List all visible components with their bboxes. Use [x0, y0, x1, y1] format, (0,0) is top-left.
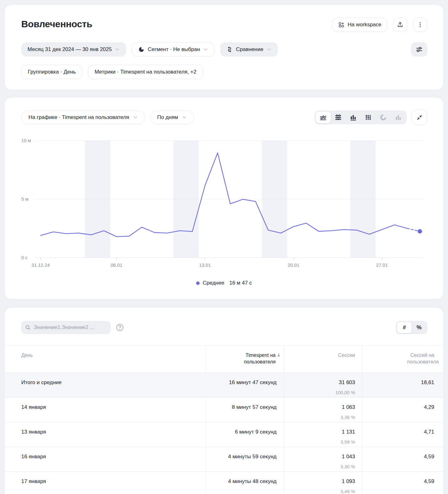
legend-item-average[interactable]: Среднее 16 м 47 с — [5, 280, 443, 286]
period-filter-chip[interactable]: Месяц 31 дек 2024 — 30 янв 2025 — [21, 42, 126, 57]
to-workspace-label: На workspace — [348, 22, 381, 28]
cell-sessions: 1 093 3,46 % — [284, 472, 362, 494]
cell-timespent: 16 минут 47 секунд — [205, 373, 284, 397]
cell-sessions-share: 3,46 % — [284, 488, 355, 494]
table-row[interactable]: 17 января 4 минуты 48 секунд 1 093 3,46 … — [5, 471, 443, 494]
report-header-card: Вовлеченность На workspace — [5, 5, 443, 90]
cell-day: 13 января — [5, 422, 205, 447]
cell-sessions-share: 3,30 % — [284, 463, 355, 470]
cell-sessions-per-user: 4,59 — [362, 447, 443, 471]
period-filter-label: Месяц 31 дек 2024 — 30 янв 2025 — [28, 46, 112, 53]
chart-type-line-button[interactable] — [316, 111, 331, 123]
cell-sessions: 1 043 3,30 % — [284, 447, 362, 471]
table-row[interactable]: 13 января 6 минут 9 секунд 1 131 3,58 % … — [5, 422, 443, 447]
chart-granularity-dropdown-label: По дням — [157, 114, 178, 121]
chart-type-histogram-button[interactable] — [391, 111, 406, 123]
chart-metric-dropdown[interactable]: На графике · Timespent на пользователя — [21, 111, 145, 124]
collapse-arrows-icon — [416, 114, 423, 121]
filters-row-2: Группировка · День Метрики · Timespent н… — [5, 65, 443, 79]
chart-metric-dropdown-label: На графике · Timespent на пользователя — [28, 114, 129, 121]
sliders-icon — [415, 46, 423, 53]
cell-sessions-per-user: 4,71 — [362, 422, 443, 447]
cell-day: 17 января — [5, 472, 205, 494]
chart-granularity-dropdown[interactable]: По дням — [150, 111, 194, 124]
donut-chart-icon — [379, 113, 387, 121]
chevron-down-icon — [267, 47, 272, 52]
header-top-row: Вовлеченность На workspace — [5, 5, 443, 32]
cell-sessions-per-user: 18,61 — [362, 373, 443, 397]
cell-day: 16 января — [5, 447, 205, 471]
cell-timespent: 6 минут 9 секунд — [205, 422, 284, 447]
to-workspace-button[interactable]: На workspace — [332, 18, 387, 32]
histogram-chart-icon — [394, 113, 402, 121]
stacked-columns-chart-icon — [364, 113, 372, 121]
chart-controls-row: На графике · Timespent на пользователя П… — [5, 98, 443, 125]
cell-day: 14 января — [5, 398, 205, 422]
cell-day: Итого и средние — [5, 373, 205, 397]
metrics-filter-label: Метрики · Timespent на пользователя, +2 — [94, 69, 196, 75]
format-percent-option[interactable]: % — [412, 322, 426, 333]
svg-text:06.01: 06.01 — [111, 262, 123, 268]
page-title: Вовлеченность — [21, 18, 332, 29]
sort-desc-arrow-icon — [277, 353, 281, 357]
bar-chart-icon — [349, 113, 357, 121]
svg-text:0 с: 0 с — [21, 255, 28, 260]
cell-sessions: 1 131 3,58 % — [284, 422, 362, 447]
search-icon — [25, 325, 31, 330]
collapse-chart-button[interactable] — [412, 110, 427, 125]
chart-card: На графике · Timespent на пользователя П… — [5, 98, 443, 299]
cell-sessions-per-user: 4,59 — [362, 472, 443, 494]
chevron-down-icon — [203, 47, 208, 52]
cell-sessions: 1 063 3,36 % — [284, 398, 362, 422]
cell-sessions-share: 100,00 % — [284, 389, 355, 396]
kebab-menu-icon — [417, 21, 424, 28]
column-header-day[interactable]: День — [5, 346, 205, 373]
compare-swap-icon — [227, 46, 233, 53]
table-search-input[interactable] — [21, 321, 111, 334]
search-help-button[interactable] — [115, 323, 125, 332]
chevron-down-icon — [182, 115, 187, 120]
more-menu-button[interactable] — [413, 18, 427, 32]
chevron-down-icon — [115, 47, 120, 52]
filters-row-1: Месяц 31 дек 2024 — 30 янв 2025 Сегмент … — [5, 42, 443, 57]
table-header-row: День Timespent на пользователя Сессии Се… — [5, 345, 443, 373]
table-row-totals[interactable]: Итого и средние 16 минут 47 секунд 31 60… — [5, 373, 443, 397]
svg-text:20.01: 20.01 — [288, 262, 299, 268]
table-row[interactable]: 14 января 8 минут 57 секунд 1 063 3,36 %… — [5, 397, 443, 422]
share-icon — [397, 21, 404, 28]
column-header-sessions-per-user[interactable]: Сессий на пользователя — [362, 346, 443, 373]
svg-text:10 м: 10 м — [21, 138, 31, 143]
column-header-sessions[interactable]: Сессии — [284, 346, 362, 373]
compare-filter-label: Сравнение — [236, 46, 263, 53]
report-settings-button[interactable] — [411, 42, 427, 57]
table-search — [21, 321, 111, 334]
value-format-toggle: # % — [396, 321, 427, 334]
svg-text:5 м: 5 м — [21, 196, 28, 202]
grouping-filter-chip[interactable]: Группировка · День — [21, 65, 82, 79]
chevron-down-icon — [133, 115, 138, 120]
chart-type-stacked-columns-button[interactable] — [361, 111, 376, 123]
column-header-timespent-sorted[interactable]: Timespent на пользователя — [205, 346, 284, 373]
cell-sessions-per-user: 4,29 — [362, 398, 443, 422]
stacked-area-chart-icon — [334, 113, 342, 121]
cell-sessions-share: 3,36 % — [284, 414, 355, 421]
format-numeric-option[interactable]: # — [397, 322, 412, 333]
table-row[interactable]: 16 января 4 минуты 59 секунд 1 043 3,30 … — [5, 447, 443, 471]
metrics-filter-chip[interactable]: Метрики · Timespent на пользователя, +2 — [88, 65, 203, 79]
compare-filter-chip[interactable]: Сравнение — [220, 42, 277, 57]
cell-timespent: 4 минуты 48 секунд — [205, 472, 284, 494]
cell-timespent: 8 минут 57 секунд — [205, 398, 284, 422]
svg-text:27.01: 27.01 — [376, 262, 388, 268]
svg-text:13.01: 13.01 — [199, 262, 211, 268]
legend-series-value: 16 м 47 с — [229, 280, 252, 286]
question-circle-icon — [115, 323, 125, 332]
segment-filter-chip[interactable]: Сегмент · Не выбран — [132, 42, 215, 57]
chart-type-switcher — [315, 111, 407, 124]
share-button[interactable] — [393, 18, 407, 32]
legend-dot-icon — [196, 281, 200, 285]
chart-type-donut-button[interactable] — [376, 111, 391, 123]
cell-timespent: 4 минуты 59 секунд — [205, 447, 284, 471]
chart-type-bars-button[interactable] — [346, 111, 361, 123]
svg-text:31.12.24: 31.12.24 — [32, 262, 50, 268]
chart-type-stacked-area-button[interactable] — [331, 111, 346, 123]
